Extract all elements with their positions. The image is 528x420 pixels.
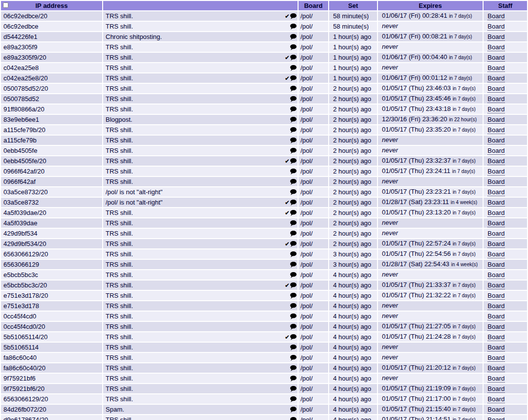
speech-bubble-icon[interactable] (290, 24, 297, 30)
set-cell: 58 minute(s) (329, 22, 377, 31)
ban-row: a115cfe79b TRS shill. ✔ /pol/ 2 hour(s) … (1, 136, 527, 145)
select-all-checkbox[interactable] (3, 2, 8, 8)
expires-cell: 01/05/17 (Thu) 23:46:03 in 7 day(s) (378, 84, 483, 93)
speech-bubble-icon[interactable] (290, 55, 297, 61)
speech-bubble-icon[interactable] (290, 334, 297, 340)
staff-cell: Board (484, 280, 527, 290)
speech-bubble-icon[interactable] (290, 303, 297, 309)
speech-bubble-icon[interactable] (290, 345, 297, 350)
expires-note: in 7 day(s) (453, 158, 476, 164)
speech-bubble-icon[interactable] (290, 86, 297, 92)
ban-icons: ✔ (290, 117, 297, 123)
speech-bubble-icon[interactable] (290, 158, 297, 164)
speech-bubble-icon[interactable] (290, 200, 297, 206)
set-cell: 4 hour(s) ago (329, 332, 377, 342)
speech-bubble-icon[interactable] (290, 417, 297, 420)
expires-cell: 01/05/17 (Thu) 23:23:21 in 7 day(s) (378, 187, 483, 197)
speech-bubble-icon[interactable] (290, 13, 297, 19)
ban-reason: TRS shill. (106, 54, 285, 61)
speech-bubble-icon[interactable] (290, 407, 297, 413)
ban-reason: TRS shill. (106, 220, 290, 227)
staff-name: Board (488, 54, 505, 62)
speech-bubble-icon[interactable] (290, 75, 297, 81)
speech-bubble-icon[interactable] (290, 96, 297, 102)
ban-row: 429d9bf534 TRS shill. ✔ /pol/ 2 hour(s) … (1, 229, 527, 238)
staff-name: Board (488, 271, 505, 279)
ban-reason: TRS shill. (106, 168, 290, 175)
expires-cell: never (378, 22, 483, 31)
ban-row: fa86c60c40 TRS shill. ✔ /pol/ 4 hour(s) … (1, 353, 527, 362)
speech-bubble-icon[interactable] (290, 210, 297, 216)
ban-icons: ✔ (290, 65, 297, 71)
expires-cell: 01/05/17 (Thu) 22:57:24 in 7 day(s) (378, 239, 483, 248)
ban-reason: TRS shill. (106, 365, 290, 372)
speech-bubble-icon[interactable] (290, 396, 297, 402)
speech-bubble-icon[interactable] (290, 386, 297, 392)
expires-cell: 01/06/17 (Fri) 00:28:41 in 7 day(s) (378, 11, 483, 21)
set-cell: 2 hour(s) ago (329, 146, 377, 155)
speech-bubble-icon[interactable] (290, 365, 297, 371)
speech-bubble-icon[interactable] (290, 251, 297, 257)
expires-date: 01/05/17 (Thu) 22:57:24 (382, 240, 451, 247)
speech-bubble-icon[interactable] (290, 241, 297, 247)
expires-date: never (382, 64, 398, 71)
reason-cell: TRS shill. ✔ (103, 363, 298, 373)
staff-name: Board (488, 178, 505, 186)
speech-bubble-icon[interactable] (290, 127, 297, 133)
ban-reason: TRS shill. (106, 96, 290, 103)
set-cell: 4 hour(s) ago (329, 343, 377, 352)
speech-bubble-icon[interactable] (290, 272, 297, 278)
speech-bubble-icon[interactable] (290, 324, 297, 330)
ban-reason: TRS shill. (106, 303, 290, 310)
ban-icons: ✔ (290, 345, 297, 350)
set-cell: 4 hour(s) ago (329, 384, 377, 393)
speech-bubble-icon[interactable] (290, 106, 297, 112)
staff-name: Board (488, 43, 505, 51)
speech-bubble-icon[interactable] (290, 117, 297, 123)
reason-cell: TRS shill. ✔ (103, 22, 298, 31)
ban-row: c042ea25e8/20 TRS shill. ✔ /pol/ 1 hour(… (1, 73, 527, 83)
ip-cell: 0ebb4505fe/20 (1, 156, 102, 166)
reason-cell: TRS shill. ✔ (103, 384, 298, 393)
speech-bubble-icon[interactable] (290, 355, 297, 361)
speech-bubble-icon[interactable] (290, 220, 297, 226)
speech-bubble-icon[interactable] (290, 231, 297, 237)
expires-note: in 7 day(s) (453, 251, 476, 257)
ban-icons: ✔ (285, 13, 297, 19)
ip-cell: 6563066129/20 (1, 394, 102, 404)
speech-bubble-icon[interactable] (290, 376, 297, 382)
speech-bubble-icon[interactable] (290, 293, 297, 299)
reason-cell: TRS shill. ✔ (103, 301, 298, 311)
speech-bubble-icon[interactable] (290, 314, 297, 319)
staff-cell: Board (484, 353, 527, 362)
expires-cell: never (378, 218, 483, 228)
speech-bubble-icon[interactable] (290, 262, 297, 268)
speech-bubble-icon[interactable] (290, 189, 297, 195)
expires-note: in 7 day(s) (453, 210, 476, 215)
speech-bubble-icon[interactable] (290, 44, 297, 50)
ban-icons: ✔ (290, 293, 297, 299)
speech-bubble-icon[interactable] (290, 65, 297, 71)
ban-icons: ✔ (290, 96, 297, 102)
set-cell: 4 hour(s) ago (329, 280, 377, 290)
speech-bubble-icon[interactable] (290, 169, 297, 175)
ban-reason: TRS shill. (106, 313, 290, 320)
ban-reason: TRS shill. (106, 344, 290, 351)
staff-cell: Board (484, 32, 527, 41)
speech-bubble-icon[interactable] (290, 179, 297, 185)
speech-bubble-icon[interactable] (290, 34, 297, 40)
ban-reason: TRS shill. (106, 272, 290, 279)
speech-bubble-icon[interactable] (290, 148, 297, 154)
reason-cell: Blogpost. ✔ (103, 115, 298, 124)
reason-cell: TRS shill. ✔ (103, 218, 298, 228)
ip-cell: 9f75921bf6/20 (1, 384, 102, 393)
ban-reason: TRS shill. (106, 323, 290, 330)
ban-icons: ✔ (290, 407, 297, 413)
ip-cell: 91ff80866a/20 (1, 105, 102, 114)
speech-bubble-icon[interactable] (290, 282, 297, 288)
ip-cell: 0ebb4505fe (1, 146, 102, 155)
speech-bubble-icon[interactable] (290, 138, 297, 143)
expires-date: never (382, 229, 398, 237)
reason-cell: Spam. ✔ (103, 405, 298, 414)
ban-row: e89a2305f9/20 TRS shill. ✔ /pol/ 1 hour(… (1, 53, 527, 62)
